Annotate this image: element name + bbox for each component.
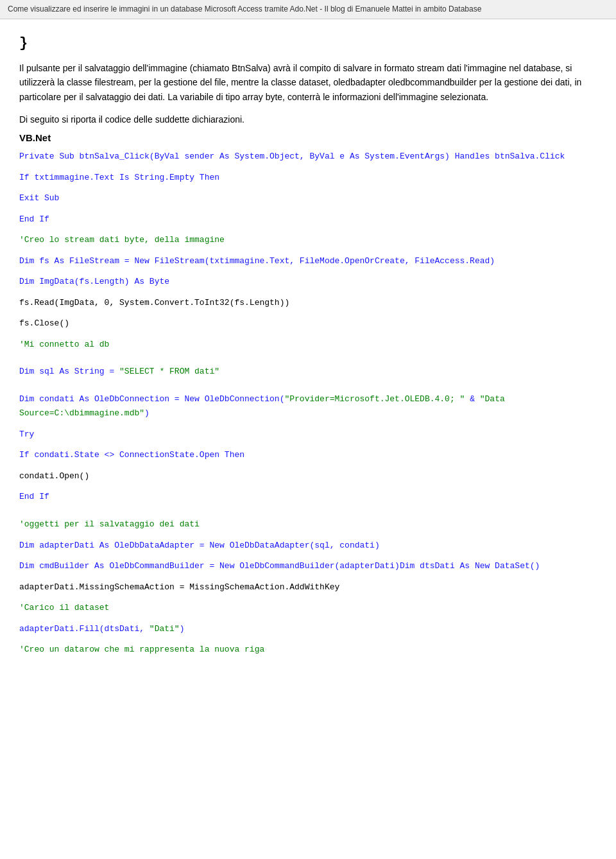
code-line: Dim cmdBuilder As OleDbCommandBuilder = … [19,559,597,573]
code-line [19,268,597,275]
code-line: adapterDati.Fill(dtsDati, "Dati") [19,622,597,636]
followup-text: Di seguito si riporta il codice delle su… [19,114,597,125]
code-block: Private Sub btnSalva_Click(ByVal sender … [19,150,597,657]
code-line [19,594,597,601]
code-line: Dim fs As FileStream = New FileStream(tx… [19,254,597,268]
code-line [19,247,597,254]
code-line [19,185,597,191]
code-line: 'Creo un datarow che mi rappresenta la n… [19,643,597,657]
code-line [19,573,597,580]
code-line: Try [19,428,597,442]
code-line [19,421,597,427]
code-line [19,386,597,392]
code-line [19,462,597,469]
code-line: Private Sub btnSalva_Click(ByVal sender … [19,150,597,164]
code-line: fs.Read(ImgData, 0, System.Convert.ToInt… [19,296,597,310]
code-line: End If [19,490,597,504]
page-title: Come visualizzare ed inserire le immagin… [8,4,481,13]
code-line [19,164,597,170]
code-line [19,379,597,385]
code-line: If txtimmagine.Text Is String.Empty Then [19,171,597,185]
code-line [19,504,597,510]
code-line [19,532,597,538]
intro-paragraph: Il pulsante per il salvataggio dell'imma… [19,63,581,102]
code-line: Dim condati As OleDbConnection = New Ole… [19,392,597,421]
code-line [19,483,597,490]
code-line: 'oggetti per il salvataggio dei dati [19,517,597,532]
code-line: 'Carico il dataset [19,601,597,615]
code-line [19,310,597,317]
code-line: Exit Sub [19,191,597,205]
code-line: End If [19,213,597,227]
code-line: condati.Open() [19,469,597,483]
page-title-bar: Come visualizzare ed inserire le immagin… [0,0,616,19]
code-line [19,615,597,621]
code-line: 'Mi connetto al db [19,338,597,352]
code-line: If condati.State <> ConnectionState.Open… [19,448,597,462]
code-line [19,511,597,517]
intro-text: } Il pulsante per il salvataggio dell'im… [19,32,597,104]
code-line [19,553,597,559]
code-line: 'Creo lo stream dati byte, della immagin… [19,233,597,247]
closing-brace: } [19,32,597,55]
code-line [19,227,597,233]
code-line: Dim sql As String = "SELECT * FROM dati" [19,365,597,379]
code-line: Dim adapterDati As OleDbDataAdapter = Ne… [19,539,597,553]
code-line [19,289,597,295]
code-line: fs.Close() [19,317,597,331]
code-line [19,205,597,212]
code-line [19,352,597,358]
vbnet-label: VB.Net [19,132,597,143]
code-line [19,331,597,337]
code-line [19,442,597,448]
code-line: adapterDati.MissingSchemaAction = Missin… [19,580,597,594]
code-line [19,358,597,365]
code-line: Dim ImgData(fs.Length) As Byte [19,275,597,289]
code-line [19,636,597,643]
